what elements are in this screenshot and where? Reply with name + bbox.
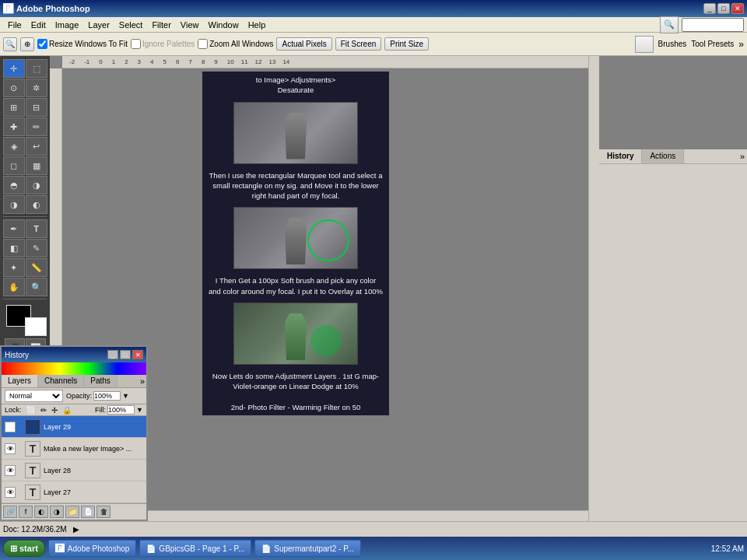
layer-eye-28[interactable]: 👁	[5, 465, 16, 476]
eraser-tool[interactable]: ◻	[3, 156, 25, 175]
slice-tool[interactable]: ⊟	[26, 98, 47, 117]
search-input[interactable]	[682, 18, 744, 32]
blur-tool[interactable]: ◓	[3, 176, 25, 194]
search-button[interactable]: 🔍	[660, 16, 679, 33]
panel-arrow-btn[interactable]: »	[738, 149, 747, 163]
text-tool[interactable]: T	[26, 219, 47, 238]
zoom-all-checkbox[interactable]	[198, 39, 208, 49]
taskbar-photoshop[interactable]: 🅿 Adobe Photoshop	[48, 540, 137, 557]
minimize-button[interactable]: _	[703, 3, 716, 14]
burn-tool[interactable]: ◐	[26, 195, 47, 214]
menu-edit[interactable]: Edit	[26, 19, 51, 31]
layers-close[interactable]: ✕	[132, 350, 143, 359]
lock-move-icon[interactable]: ✛	[51, 406, 58, 415]
tab-history[interactable]: History	[599, 149, 642, 163]
title-bar-buttons[interactable]: _ □ ✕	[703, 3, 744, 14]
opacity-input[interactable]	[93, 391, 121, 401]
fit-screen-button[interactable]: Fit Screen	[335, 37, 382, 51]
blend-mode-select[interactable]: Normal	[5, 390, 63, 402]
document-canvas[interactable]: to Image> Adjustments> Desaturate Then I…	[202, 72, 389, 415]
crop-tool[interactable]: ⊞	[3, 98, 25, 117]
lock-all-icon[interactable]: 🔒	[62, 406, 72, 415]
layer-row-28[interactable]: 👁 T Layer 28	[2, 460, 146, 481]
eyedropper-tool[interactable]: ✦	[3, 258, 25, 277]
dodge-tool[interactable]: ◑	[3, 195, 25, 214]
scrollbar-right[interactable]	[588, 56, 599, 521]
layers-maximize[interactable]: □	[120, 350, 131, 359]
doc-info: Doc: 12.2M/36.2M	[3, 525, 67, 534]
menu-help[interactable]: Help	[244, 19, 271, 31]
layer-eye-29[interactable]: 👁	[5, 422, 16, 432]
background-color[interactable]	[25, 317, 47, 336]
close-button[interactable]: ✕	[731, 3, 744, 14]
menu-filter[interactable]: Filter	[147, 19, 175, 31]
tool-divider-2	[3, 299, 47, 299]
stamp-tool[interactable]: ◈	[3, 137, 25, 156]
tab-paths[interactable]: Paths	[84, 375, 117, 387]
fill-arrow[interactable]: ▼	[136, 406, 143, 414]
menu-file[interactable]: File	[3, 19, 26, 31]
layer-eye-text1[interactable]: 👁	[5, 443, 16, 454]
tab-layers[interactable]: Layers	[2, 375, 38, 387]
taskbar-superman[interactable]: 📄 Supermantutpart2 - P...	[254, 540, 361, 557]
tab-channels[interactable]: Channels	[38, 375, 84, 387]
print-size-button[interactable]: Print Size	[384, 37, 429, 51]
status-arrow[interactable]: ▶	[73, 525, 79, 534]
resize-windows-label[interactable]: Resize Windows To Fit	[37, 39, 128, 49]
layer-mask-btn[interactable]: ◐	[34, 506, 48, 518]
pen-tool[interactable]: ✒	[3, 219, 25, 238]
menu-layer[interactable]: Layer	[83, 19, 114, 31]
zoom-all-label[interactable]: Zoom All Windows	[198, 39, 273, 49]
layers-panel-arrow[interactable]: »	[139, 375, 146, 387]
maximize-button[interactable]: □	[717, 3, 730, 14]
ruler-horizontal: -2-101234567891011121314	[62, 56, 599, 68]
menu-view[interactable]: View	[176, 19, 204, 31]
brushes-label[interactable]: Brushes	[658, 40, 687, 48]
measure-tool[interactable]: 📏	[26, 258, 47, 277]
marquee-tool[interactable]: ⬚	[26, 59, 47, 78]
heal-tool[interactable]: ✚	[3, 117, 25, 136]
tool-presets-label[interactable]: Tool Presets	[691, 40, 734, 48]
zoom-tool[interactable]: 🔍	[26, 278, 47, 296]
ignore-palettes-checkbox[interactable]	[131, 39, 141, 49]
fill-input[interactable]	[107, 405, 135, 415]
tab-actions[interactable]: Actions	[642, 149, 684, 163]
layer-style-btn[interactable]: f	[19, 506, 33, 518]
layer-row-29[interactable]: 👁 Layer 29	[2, 416, 146, 438]
start-button[interactable]: ⊞ start	[3, 540, 45, 557]
brush-tool[interactable]: ✏	[26, 117, 47, 136]
app-title: Adobe Photoshop	[16, 4, 90, 13]
history-brush-tool[interactable]: ↩	[26, 137, 47, 156]
layer-group-btn[interactable]: 📁	[65, 506, 79, 518]
move-tool[interactable]: ✛	[3, 59, 25, 78]
note-tool[interactable]: ✎	[26, 239, 47, 257]
delete-layer-btn[interactable]: 🗑	[96, 506, 110, 518]
zoom-in-icon[interactable]: ⊕	[20, 37, 34, 51]
sharpen-tool[interactable]: ◑	[26, 176, 47, 194]
layer-eye-27[interactable]: 👁	[5, 487, 16, 498]
gradient-tool[interactable]: ▦	[26, 156, 47, 175]
opacity-arrow[interactable]: ▼	[122, 392, 129, 400]
panel-arrow[interactable]: »	[738, 39, 744, 50]
lasso-tool[interactable]: ⊙	[3, 79, 25, 97]
hand-tool[interactable]: ✋	[3, 278, 25, 296]
menu-window[interactable]: Window	[204, 19, 244, 31]
lock-transparent-icon[interactable]: ⬜	[26, 406, 36, 415]
layers-minimize[interactable]: _	[107, 350, 118, 359]
layer-row-27[interactable]: 👁 T Layer 27	[2, 481, 146, 503]
menu-image[interactable]: Image	[51, 19, 84, 31]
shape-tool[interactable]: ◧	[3, 239, 25, 257]
adjustment-layer-btn[interactable]: ◑	[50, 506, 64, 518]
actual-pixels-button[interactable]: Actual Pixels	[276, 37, 331, 51]
magic-wand-tool[interactable]: ✲	[26, 79, 47, 97]
layer-row-text1[interactable]: 👁 T Make a new layer Image> ...	[2, 438, 146, 460]
taskbar-gbpics[interactable]: 📄 GBpicsGB - Page 1 - P...	[139, 540, 251, 557]
lock-paint-icon[interactable]: ✏	[40, 406, 47, 415]
new-layer-btn[interactable]: 📄	[81, 506, 95, 518]
color-box	[3, 305, 47, 336]
link-layers-btn[interactable]: 🔗	[3, 506, 17, 518]
menu-select[interactable]: Select	[114, 19, 148, 31]
tool-row-5: ◈ ↩	[3, 137, 47, 156]
zoom-out-icon[interactable]: 🔍	[3, 37, 17, 51]
resize-windows-checkbox[interactable]	[37, 39, 47, 49]
